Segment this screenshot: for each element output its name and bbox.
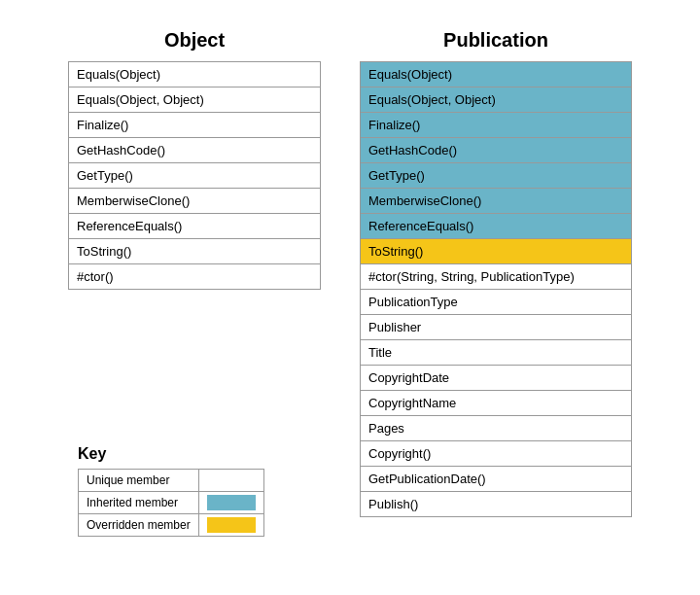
key-title: Key: [78, 445, 264, 463]
cell-label: ToString(): [361, 239, 632, 264]
cell-label: Copyright(): [361, 441, 632, 467]
table-row: ToString(): [361, 239, 632, 264]
page-wrapper: Object Equals(Object)Equals(Object, Obje…: [19, 19, 681, 576]
key-color-cell: [198, 492, 263, 514]
table-row: GetHashCode(): [361, 138, 632, 163]
table-row: Finalize(): [361, 113, 632, 138]
cell-label: Finalize(): [361, 113, 632, 138]
table-row: ReferenceEquals(): [69, 214, 321, 239]
table-row: MemberwiseClone(): [69, 189, 321, 214]
cell-label: MemberwiseClone(): [69, 189, 321, 214]
table-row: GetType(): [361, 163, 632, 189]
cell-label: Publisher: [361, 315, 632, 340]
key-section: Key Unique memberInherited memberOverrid…: [78, 445, 264, 537]
cell-label: Title: [361, 340, 632, 366]
key-row: Inherited member: [79, 492, 264, 514]
table-row: Publish(): [361, 492, 632, 517]
table-row: CopyrightName: [361, 391, 632, 416]
main-container: Object Equals(Object)Equals(Object, Obje…: [19, 19, 681, 517]
key-label: Overridden member: [79, 514, 199, 537]
table-row: Finalize(): [69, 113, 321, 138]
cell-label: CopyrightName: [361, 391, 632, 416]
table-row: Title: [361, 340, 632, 366]
cell-label: #ctor(String, String, PublicationType): [361, 264, 632, 290]
cell-label: MemberwiseClone(): [361, 189, 632, 214]
key-row: Unique member: [79, 470, 264, 492]
cell-label: GetType(): [361, 163, 632, 189]
key-color-cell: [198, 470, 263, 492]
table-row: Equals(Object): [361, 62, 632, 88]
key-color-swatch: [207, 472, 256, 488]
cell-label: Pages: [361, 416, 632, 441]
table-row: GetType(): [69, 163, 321, 189]
key-label: Unique member: [79, 470, 199, 492]
cell-label: Equals(Object, Object): [361, 88, 632, 113]
table-row: ToString(): [69, 239, 321, 264]
cell-label: ReferenceEquals(): [69, 214, 321, 239]
table-row: #ctor(): [69, 264, 321, 290]
cell-label: GetType(): [69, 163, 321, 189]
table-row: PublicationType: [361, 290, 632, 315]
key-table: Unique memberInherited memberOverridden …: [78, 469, 264, 537]
table-row: Copyright(): [361, 441, 632, 467]
key-color-swatch: [207, 517, 256, 533]
table-row: Equals(Object, Object): [69, 88, 321, 113]
table-row: #ctor(String, String, PublicationType): [361, 264, 632, 290]
cell-label: PublicationType: [361, 290, 632, 315]
table-row: Publisher: [361, 315, 632, 340]
table-row: MemberwiseClone(): [361, 189, 632, 214]
table-row: ReferenceEquals(): [361, 214, 632, 239]
cell-label: Finalize(): [69, 113, 321, 138]
cell-label: GetHashCode(): [361, 138, 632, 163]
key-color-swatch: [207, 495, 256, 510]
table-row: Equals(Object): [69, 62, 321, 88]
key-color-cell: [198, 514, 263, 537]
cell-label: Equals(Object): [69, 62, 321, 88]
table-row: CopyrightDate: [361, 366, 632, 391]
publication-table: Equals(Object)Equals(Object, Object)Fina…: [360, 61, 632, 517]
cell-label: ToString(): [69, 239, 321, 264]
key-row: Overridden member: [79, 514, 264, 537]
table-row: GetHashCode(): [69, 138, 321, 163]
cell-label: GetPublicationDate(): [361, 467, 632, 492]
cell-label: GetHashCode(): [69, 138, 321, 163]
table-row: Pages: [361, 416, 632, 441]
publication-title: Publication: [443, 29, 548, 52]
object-title: Object: [164, 29, 225, 52]
object-column: Object Equals(Object)Equals(Object, Obje…: [68, 29, 321, 517]
cell-label: #ctor(): [69, 264, 321, 290]
cell-label: ReferenceEquals(): [361, 214, 632, 239]
table-row: Equals(Object, Object): [361, 88, 632, 113]
publication-column: Publication Equals(Object)Equals(Object,…: [360, 29, 632, 517]
cell-label: Equals(Object, Object): [69, 88, 321, 113]
cell-label: Publish(): [361, 492, 632, 517]
cell-label: Equals(Object): [361, 62, 632, 88]
object-table: Equals(Object)Equals(Object, Object)Fina…: [68, 61, 321, 290]
table-row: GetPublicationDate(): [361, 467, 632, 492]
cell-label: CopyrightDate: [361, 366, 632, 391]
key-label: Inherited member: [79, 492, 199, 514]
